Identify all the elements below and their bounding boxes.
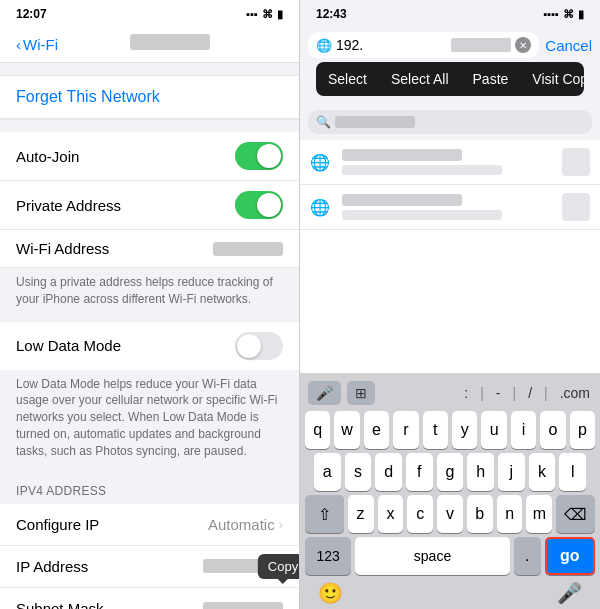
kb-slash[interactable]: / [526, 381, 534, 405]
key-g[interactable]: g [437, 453, 464, 491]
subnet-mask-value: ​ [203, 602, 283, 609]
key-v[interactable]: v [437, 495, 463, 533]
search-bar[interactable]: 🔍 ​ [308, 110, 592, 134]
configure-ip-row[interactable]: Configure IP Automatic › [0, 504, 299, 546]
browser-item-url-2 [342, 210, 502, 220]
key-s[interactable]: s [345, 453, 372, 491]
browser-item-title-2 [342, 194, 462, 206]
search-icon: 🔍 [316, 115, 331, 129]
kb-com[interactable]: .com [558, 381, 592, 405]
subnet-mask-label: Subnet Mask [16, 600, 203, 609]
browser-bar-area: 🌐 192. ​ ✕ Cancel Select Select All Past… [300, 28, 600, 106]
key-t[interactable]: t [423, 411, 448, 449]
keyboard-area: 🎤 ⊞ : | - | / | .com q w e r t y u i o [300, 373, 600, 609]
status-bar-right: 12:43 ▪▪▪▪ ⌘ ▮ [300, 0, 600, 28]
ctx-paste[interactable]: Paste [461, 62, 521, 96]
key-c[interactable]: c [407, 495, 433, 533]
key-w[interactable]: w [334, 411, 359, 449]
key-h[interactable]: h [467, 453, 494, 491]
key-b[interactable]: b [467, 495, 493, 533]
kb-toolbar-left: 🎤 ⊞ [308, 381, 375, 405]
url-input-wrap[interactable]: 🌐 192. ​ ✕ [308, 32, 539, 58]
url-bar-row: 🌐 192. ​ ✕ Cancel [308, 32, 592, 58]
context-menu: Select Select All Paste Visit Copied Lin… [316, 62, 584, 96]
network-nav-title: ​ [58, 34, 283, 54]
low-data-toggle[interactable] [235, 332, 283, 360]
private-address-toggle[interactable] [235, 191, 283, 219]
key-a[interactable]: a [314, 453, 341, 491]
key-l[interactable]: l [559, 453, 586, 491]
cancel-button[interactable]: Cancel [545, 37, 592, 54]
browser-item-thumb-1 [562, 148, 590, 176]
browser-list: 🌐 🌐 [300, 140, 600, 373]
kb-toolbar: 🎤 ⊞ : | - | / | .com [302, 379, 598, 411]
key-k[interactable]: k [529, 453, 556, 491]
key-p[interactable]: p [570, 411, 595, 449]
ctx-select-all[interactable]: Select All [379, 62, 461, 96]
browser-item-thumb-2 [562, 193, 590, 221]
ctx-select[interactable]: Select [316, 62, 379, 96]
nav-bar-left: ‹ Wi-Fi ​ [0, 28, 299, 63]
key-o[interactable]: o [540, 411, 565, 449]
key-e[interactable]: e [364, 411, 389, 449]
kb-colon[interactable]: : [462, 381, 470, 405]
num-key[interactable]: 123 [305, 537, 351, 575]
kb-mic-button[interactable]: 🎤 [308, 381, 341, 405]
private-address-row: Private Address [0, 181, 299, 230]
auto-join-section: Auto-Join Private Address Wi-Fi Address … [0, 132, 299, 318]
space-key[interactable]: space [355, 537, 509, 575]
key-m[interactable]: m [526, 495, 552, 533]
wifi-icon-status: ⌘ [262, 8, 273, 21]
forget-network-button[interactable]: Forget This Network [0, 76, 299, 119]
clear-icon[interactable]: ✕ [515, 37, 531, 53]
kb-dash[interactable]: - [494, 381, 503, 405]
key-x[interactable]: x [378, 495, 404, 533]
kb-grid-button[interactable]: ⊞ [347, 381, 375, 405]
low-data-row: Low Data Mode [0, 322, 299, 370]
key-q[interactable]: q [305, 411, 330, 449]
signal-icon: ▪▪▪ [246, 8, 258, 20]
browser-item-content-2 [342, 194, 562, 220]
battery-icon: ▮ [277, 8, 283, 21]
ip-address-label: IP Address [16, 558, 203, 575]
private-address-label: Private Address [16, 197, 235, 214]
key-f[interactable]: f [406, 453, 433, 491]
forget-section: Forget This Network [0, 75, 299, 120]
emoji-icon[interactable]: 🙂 [318, 581, 343, 605]
key-n[interactable]: n [497, 495, 523, 533]
clear-button[interactable]: ✕ [515, 37, 531, 53]
ctx-visit[interactable]: Visit Copied Link [520, 62, 584, 96]
auto-join-toggle[interactable] [235, 142, 283, 170]
status-time-left: 12:07 [16, 7, 47, 21]
shift-key[interactable]: ⇧ [305, 495, 344, 533]
ipv4-section: IPV4 ADDRESS Configure IP Automatic › IP… [0, 470, 299, 609]
key-z[interactable]: z [348, 495, 374, 533]
key-r[interactable]: r [393, 411, 418, 449]
low-data-label: Low Data Mode [16, 337, 235, 354]
browser-item-1[interactable]: 🌐 [300, 140, 600, 185]
key-d[interactable]: d [375, 453, 402, 491]
globe-icon: 🌐 [316, 38, 332, 53]
mic-icon[interactable]: 🎤 [557, 581, 582, 605]
key-i[interactable]: i [511, 411, 536, 449]
low-data-section: Low Data Mode Low Data Mode helps reduce… [0, 322, 299, 470]
kb-bottom-row: 123 space . go [302, 537, 598, 575]
left-panel: 12:07 ▪▪▪ ⌘ ▮ ‹ Wi-Fi ​ Forget This Netw… [0, 0, 300, 609]
wifi-address-value: ​ [213, 242, 283, 256]
key-u[interactable]: u [481, 411, 506, 449]
browser-item-2[interactable]: 🌐 [300, 185, 600, 230]
go-key[interactable]: go [545, 537, 595, 575]
kb-emoji-row: 🙂 🎤 [302, 577, 598, 605]
browser-item-url-1 [342, 165, 502, 175]
back-label: Wi-Fi [23, 36, 58, 53]
subnet-mask-row: Subnet Mask ​ Copy [0, 588, 299, 609]
key-y[interactable]: y [452, 411, 477, 449]
key-j[interactable]: j [498, 453, 525, 491]
back-button[interactable]: ‹ Wi-Fi [16, 36, 58, 53]
backspace-key[interactable]: ⌫ [556, 495, 595, 533]
kb-row-1: q w e r t y u i o p [302, 411, 598, 449]
dot-key[interactable]: . [514, 537, 541, 575]
wifi-address-label: Wi-Fi Address [16, 240, 213, 257]
signal-bars-icon: ▪▪▪▪ [543, 8, 559, 20]
ipv4-card: Configure IP Automatic › IP Address ​ Su… [0, 504, 299, 609]
